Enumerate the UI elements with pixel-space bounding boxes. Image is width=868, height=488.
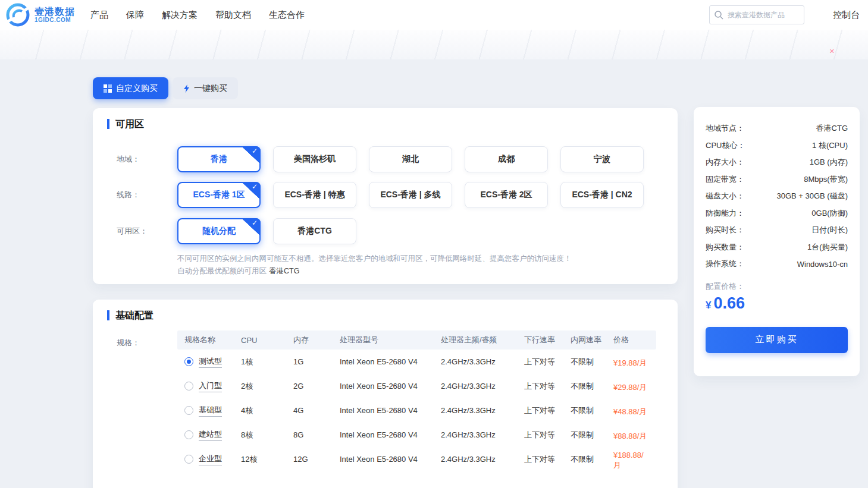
region-option-ningbo[interactable]: 宁波 xyxy=(560,146,644,172)
summary-row-os: 操作系统： Windows10-cn xyxy=(706,256,848,273)
nav-right: 控制台 xyxy=(709,5,868,24)
zone-options: 随机分配 ✓ 香港CTG xyxy=(177,218,356,244)
summary-row-region: 地域节点： 香港CTG xyxy=(706,120,848,137)
region-option-hubei[interactable]: 湖北 xyxy=(369,146,452,172)
table-row-jianzhan[interactable]: 建站型 8核 8G Intel Xeon E5-2680 V4 2.4GHz/3… xyxy=(177,423,656,447)
table-row-ceshi[interactable]: 测试型 1核 1G Intel Xeon E5-2680 V4 2.4GHz/3… xyxy=(177,350,656,374)
region-options: 香港 ✓ 美国洛杉矶 湖北 成都 宁波 xyxy=(177,146,644,172)
region-option-hongkong[interactable]: 香港 ✓ xyxy=(177,146,261,172)
summary-row-memory: 内存大小： 1GB (内存) xyxy=(706,154,848,171)
zone-option-random[interactable]: 随机分配 ✓ xyxy=(177,218,261,244)
zone-label: 可用区： xyxy=(117,226,177,237)
zone-note-2: 自动分配最优配额的可用区香港CTG xyxy=(177,265,572,278)
nav-menu: 产品 保障 解决方案 帮助文档 生态合作 xyxy=(90,10,305,21)
table-row-rumen[interactable]: 入门型 2核 2G Intel Xeon E5-2680 V4 2.4GHz/3… xyxy=(177,374,656,398)
line-label: 线路： xyxy=(117,190,177,200)
spec-label: 规格： xyxy=(117,338,140,348)
summary-row-defense: 防御能力： 0GB(防御) xyxy=(706,205,848,222)
summary-row-bandwidth: 固定带宽： 8Mbps(带宽) xyxy=(706,171,848,188)
summary-row-duration: 购买时长： 日付(时长) xyxy=(706,222,848,239)
check-icon: ✓ xyxy=(242,182,261,200)
buy-now-button[interactable]: 立即购买 xyxy=(706,327,848,353)
search-input[interactable] xyxy=(709,5,804,24)
logo-subtitle: 1GIDC.COM xyxy=(35,17,75,23)
tab-one-click-buy-label: 一键购买 xyxy=(194,83,227,94)
tab-one-click-buy[interactable]: 一键购买 xyxy=(173,77,238,99)
spec-radio[interactable] xyxy=(184,406,193,415)
zone-row: 可用区： 随机分配 ✓ 香港CTG xyxy=(117,218,356,244)
table-row-jichu[interactable]: 基础型 4核 4G Intel Xeon E5-2680 V4 2.4GHz/3… xyxy=(177,398,656,423)
zone-card-title: 可用区 xyxy=(107,119,144,129)
summary-row-cpu: CPU核心： 1 核(CPU) xyxy=(706,137,848,155)
region-option-chengdu[interactable]: 成都 xyxy=(465,146,548,172)
summary-row-quantity: 购买数量： 1台(购买量) xyxy=(706,239,848,256)
spec-radio[interactable] xyxy=(184,430,193,439)
zone-note-1: 不同可用区的实例之间内网可能互不相通。选择靠近您客户的地域和可用区，可降低网络时… xyxy=(177,253,572,265)
zone-option-hkctg[interactable]: 香港CTG xyxy=(273,218,356,244)
price-line: ¥0.66 xyxy=(706,294,848,313)
region-label: 地域： xyxy=(117,154,177,165)
price-amount: 0.66 xyxy=(713,294,745,312)
line-option-hk2[interactable]: ECS-香港 2区 xyxy=(465,182,548,208)
nav-item-ecosystem[interactable]: 生态合作 xyxy=(269,10,305,21)
navbar: 壹港数据 1GIDC.COM 产品 保障 解决方案 帮助文档 生态合作 控制台 xyxy=(0,0,868,30)
line-row: 线路： ECS-香港 1区 ✓ ECS-香港 | 特惠 ECS-香港 | 多线 … xyxy=(117,182,644,208)
search-box xyxy=(709,5,804,24)
logo[interactable]: 壹港数据 1GIDC.COM xyxy=(5,2,75,28)
line-option-hk-duoxian[interactable]: ECS-香港 | 多线 xyxy=(369,182,452,208)
zone-notes: 不同可用区的实例之间内网可能互不相通。选择靠近您客户的地域和可用区，可降低网络时… xyxy=(177,253,572,278)
console-link[interactable]: 控制台 xyxy=(833,10,860,21)
availability-zone-card: 可用区 地域： 香港 ✓ 美国洛杉矶 湖北 成都 宁波 线路： E xyxy=(93,108,678,284)
check-icon: ✓ xyxy=(242,218,261,236)
region-option-losangeles[interactable]: 美国洛杉矶 xyxy=(273,146,356,172)
line-option-hk1[interactable]: ECS-香港 1区 ✓ xyxy=(177,182,261,208)
check-icon: ✓ xyxy=(242,146,261,164)
line-options: ECS-香港 1区 ✓ ECS-香港 | 特惠 ECS-香港 | 多线 ECS-… xyxy=(177,182,644,208)
tab-custom-buy[interactable]: 自定义购买 xyxy=(93,77,168,99)
logo-text: 壹港数据 1GIDC.COM xyxy=(35,7,75,24)
spec-radio[interactable] xyxy=(184,382,193,391)
nav-item-products[interactable]: 产品 xyxy=(90,10,108,21)
spec-radio[interactable] xyxy=(184,455,193,464)
spec-table-header: 规格名称 CPU 内存 处理器型号 处理器主频/睿频 下行速率 内网速率 价格 xyxy=(177,330,656,350)
price-label: 配置价格： xyxy=(706,281,848,292)
search-icon xyxy=(714,10,723,20)
summary-row-disk: 磁盘大小： 30GB + 30GB (磁盘) xyxy=(706,188,848,205)
lightning-icon xyxy=(183,84,190,93)
basic-config-card: 基础配置 规格： 规格名称 CPU 内存 处理器型号 处理器主频/睿频 下行速率… xyxy=(93,300,678,488)
nav-item-docs[interactable]: 帮助文档 xyxy=(215,10,251,21)
price-currency: ¥ xyxy=(706,300,711,311)
spec-table: 规格名称 CPU 内存 处理器型号 处理器主频/睿频 下行速率 内网速率 价格 … xyxy=(177,330,656,471)
decor-cross-icon: ✕ xyxy=(829,48,835,55)
line-option-hk-tehui[interactable]: ECS-香港 | 特惠 xyxy=(273,182,356,208)
region-row: 地域： 香港 ✓ 美国洛杉矶 湖北 成都 宁波 xyxy=(117,146,644,172)
logo-icon xyxy=(5,2,32,28)
table-row-qiye[interactable]: 企业型 12核 12G Intel Xeon E5-2680 V4 2.4GHz… xyxy=(177,447,656,471)
assigned-zone-value: 香港CTG xyxy=(269,267,299,275)
nav-item-solutions[interactable]: 解决方案 xyxy=(162,10,198,21)
hero-banner: ✕ xyxy=(0,30,868,59)
custom-buy-icon xyxy=(104,84,112,93)
order-summary-card: 地域节点： 香港CTG CPU核心： 1 核(CPU) 内存大小： 1GB (内… xyxy=(694,107,860,376)
nav-item-guarantee[interactable]: 保障 xyxy=(126,10,144,21)
tab-custom-buy-label: 自定义购买 xyxy=(116,83,158,94)
config-card-title: 基础配置 xyxy=(107,310,153,320)
logo-title: 壹港数据 xyxy=(35,7,75,17)
spec-radio-selected[interactable] xyxy=(184,357,193,366)
line-option-hk-cn2[interactable]: ECS-香港 | CN2 xyxy=(560,182,644,208)
